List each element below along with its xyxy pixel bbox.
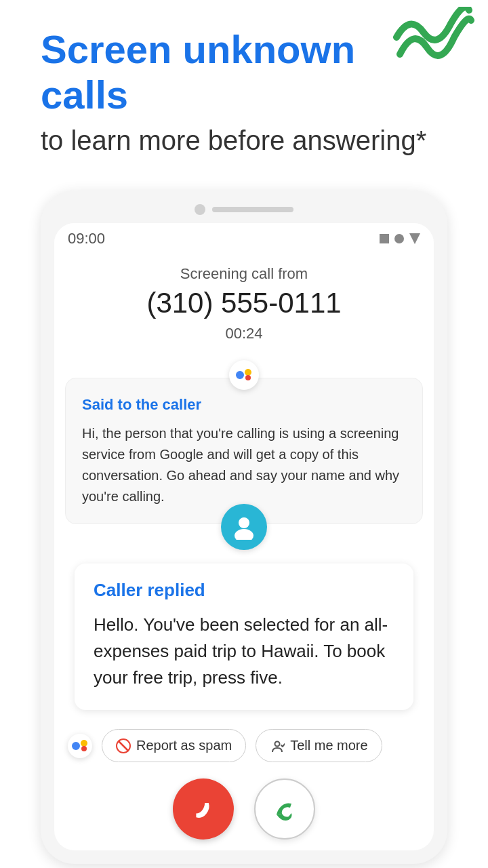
google-dots-svg [235, 366, 253, 384]
caller-replied-title: Caller replied [94, 580, 394, 601]
person-icon [231, 514, 257, 540]
svg-line-9 [119, 741, 128, 751]
page-subtitle: to learn more before answering* [41, 124, 447, 157]
header-section: Screen unknown calls to learn more befor… [0, 0, 488, 170]
end-call-icon [188, 794, 218, 824]
call-controls [54, 772, 434, 850]
google-assistant-icon [229, 360, 259, 390]
svg-point-2 [245, 375, 251, 380]
screening-label: Screening call from [68, 265, 420, 283]
footer-note: *Call Screen is available for select cou… [0, 864, 488, 868]
report-spam-button[interactable]: Report as spam [102, 729, 246, 762]
page-title: Screen unknown calls [41, 27, 447, 117]
svg-point-10 [275, 741, 280, 746]
status-time: 09:00 [68, 230, 105, 248]
answer-call-button[interactable] [254, 778, 315, 840]
report-spam-icon [116, 738, 131, 753]
said-body: Hi, the person that you're calling is us… [82, 423, 406, 507]
caller-avatar-center [54, 504, 434, 550]
svg-point-0 [236, 371, 244, 379]
caller-replied-body: Hello. You've been selected for an all-e… [94, 612, 394, 691]
answer-call-icon [270, 794, 300, 824]
status-bar: 09:00 [54, 223, 434, 252]
svg-point-4 [235, 529, 253, 540]
said-card: Said to the caller Hi, the person that y… [65, 378, 423, 524]
assistant-icon-center [65, 360, 423, 390]
tell-me-more-button[interactable]: Tell me more [256, 729, 382, 762]
end-call-button[interactable] [173, 778, 234, 840]
report-spam-label: Report as spam [136, 738, 232, 753]
google-dots-small-svg [70, 736, 89, 755]
tell-me-more-icon [270, 738, 285, 753]
phone-screen: 09:00 Screening call from (310) 555-0111… [54, 223, 434, 850]
call-timer: 00:24 [68, 325, 420, 342]
tell-me-more-label: Tell me more [290, 738, 367, 753]
phone-mockup: 09:00 Screening call from (310) 555-0111… [41, 191, 447, 864]
signal-circle-icon [394, 234, 404, 243]
squiggle-decoration [393, 7, 474, 68]
svg-point-7 [81, 746, 87, 751]
svg-point-5 [72, 742, 80, 750]
caller-reply-section: Caller replied Hello. You've been select… [54, 524, 434, 717]
phone-frame: 09:00 Screening call from (310) 555-0111… [41, 191, 447, 864]
signal-triangle-icon [409, 233, 420, 244]
assistant-bubble: Said to the caller Hi, the person that y… [65, 360, 423, 524]
status-icons [380, 233, 420, 244]
call-header: Screening call from (310) 555-0111 00:24 [54, 252, 434, 360]
google-assistant-small-icon[interactable] [68, 734, 92, 758]
caller-reply-card: Caller replied Hello. You've been select… [75, 564, 413, 710]
svg-point-6 [81, 740, 87, 747]
phone-notch [54, 204, 434, 215]
svg-point-1 [245, 369, 251, 376]
said-title: Said to the caller [82, 396, 406, 414]
action-buttons-row: Report as spam Tell me more [54, 717, 434, 772]
caller-phone-number: (310) 555-0111 [68, 287, 420, 319]
phone-speaker [212, 207, 293, 212]
svg-point-3 [239, 517, 249, 528]
phone-camera [195, 204, 205, 215]
signal-square-icon [380, 234, 389, 243]
caller-avatar [221, 504, 267, 550]
